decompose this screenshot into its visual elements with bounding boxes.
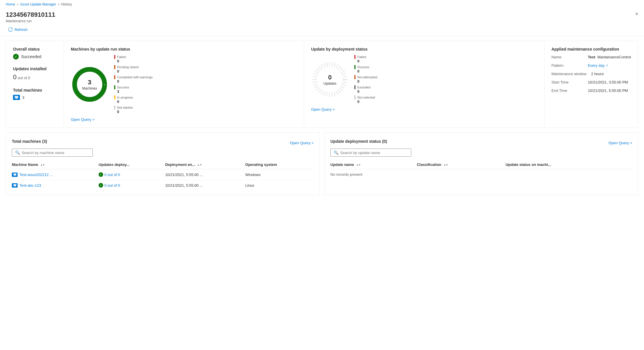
table-row: No records present: [330, 169, 632, 180]
legend-not-started: Not started 0: [114, 105, 153, 114]
updates-donut-label: 0 Updates: [323, 73, 336, 85]
refresh-button[interactable]: Refresh: [6, 26, 30, 33]
machines-donut-number: 3: [82, 79, 97, 86]
updates-legend: Failed 0 Success 0: [354, 55, 377, 104]
updates-table-open-query[interactable]: Open Query >: [608, 141, 632, 145]
updates-chart-title: Update by deployment status: [311, 47, 537, 51]
badge-link-2[interactable]: 0 out of 0: [104, 183, 120, 188]
cell-os-1: Windows: [245, 169, 314, 180]
update-legend-val-excluded: 0: [357, 89, 377, 94]
badge-link-1[interactable]: 0 out of 0: [104, 173, 120, 177]
svg-rect-6: [13, 173, 16, 175]
sort-machine-name: ▲▼: [40, 164, 45, 166]
update-legend-name-not-selected: Not selected: [357, 96, 375, 99]
config-end-time-label: End Time: [552, 88, 583, 93]
success-badge-1: ✓ 0 out of 0: [99, 172, 163, 177]
update-legend-failed: Failed 0: [354, 55, 377, 63]
machine-search-input[interactable]: [22, 151, 90, 155]
config-start-time-row: Start Time 10/21/2021, 3:55:00 PM: [552, 80, 631, 84]
legend-bar-not-started: [114, 105, 115, 110]
updates-out-of: out of 0: [18, 76, 30, 80]
config-pattern-value[interactable]: Every day ↗: [588, 63, 608, 68]
legend-in-progress: In progress 0: [114, 95, 153, 104]
updates-donut-text: Updates: [323, 81, 336, 85]
cell-deploy-end-2: 10/21/2021, 5:55:00 ...: [165, 180, 245, 191]
machines-donut-wrapper: 3 Machines: [71, 66, 108, 103]
col-deployment-end[interactable]: Deployment en... ▲▼: [165, 160, 245, 169]
col-update-status: Update status on machi...: [506, 160, 632, 169]
legend-name-failed: Failed: [117, 55, 126, 59]
update-legend-name-success: Success: [357, 65, 369, 69]
svg-rect-9: [14, 186, 16, 186]
legend-name-warnings: Completed with warnings: [117, 75, 153, 79]
summary-left: Overall status ✓ Succeeded Updates insta…: [6, 41, 64, 127]
update-legend-bar-failed: [354, 55, 356, 59]
updates-panel-title: Update deployment status (0): [330, 139, 387, 144]
legend-bar-progress: [114, 95, 115, 99]
machines-data-table: Machine Name ▲▼ Updates deploy... Deploy…: [12, 160, 314, 190]
machines-donut-text: Machines: [82, 86, 97, 90]
config-name-value: Test MantainanceControl: [588, 55, 631, 59]
breadcrumb-sep1: >: [17, 3, 18, 6]
page-title: 12345678910111: [6, 11, 638, 18]
success-badge-2: ✓ 0 out of 0: [99, 183, 163, 188]
overall-status-label: Overall status: [13, 47, 57, 51]
machine-icon-2: [12, 183, 18, 188]
legend-pending-reboot: Pending reboot 0: [114, 65, 153, 73]
breadcrumb-sep2: >: [58, 3, 60, 6]
update-legend-val-failed: 0: [357, 59, 377, 63]
col-machine-name[interactable]: Machine Name ▲▼: [12, 160, 99, 169]
update-legend-success: Success 0: [354, 65, 377, 73]
cell-machine-name-1: Test-wsus202212 ...: [12, 169, 99, 180]
no-records-text: No records present: [330, 166, 362, 182]
config-maintenance-window-row: Maintenance window 2 hours: [552, 72, 631, 76]
legend-val-pending: 0: [117, 69, 153, 73]
cell-updates-1: ✓ 0 out of 0: [99, 169, 165, 180]
machine-search-box[interactable]: 🔍: [12, 149, 93, 157]
close-button[interactable]: ×: [635, 11, 638, 17]
machine-link-2[interactable]: Test-abc-123: [12, 183, 96, 188]
breadcrumb-home[interactable]: Home: [6, 2, 15, 6]
legend-name-success: Success: [117, 86, 129, 89]
legend-name-progress: In progress: [117, 96, 133, 99]
machines-chart-container: 3 Machines Failed 0: [71, 55, 297, 114]
updates-donut-wrapper: 0 Updates: [311, 61, 349, 98]
machine-icon: [13, 95, 20, 100]
updates-open-query[interactable]: Open Query >: [311, 107, 335, 112]
config-end-time-value: 10/21/2021, 5:55:00 PM: [588, 88, 628, 93]
overall-status-section: Overall status ✓ Succeeded: [13, 47, 57, 60]
config-name-label: Name: [552, 55, 583, 59]
col-os: Operating system: [245, 160, 314, 169]
update-legend-not-selected: Not selected 0: [354, 95, 377, 104]
machines-chart-panel: Machines by update run status 3: [64, 41, 304, 127]
update-legend-val-success: 0: [357, 69, 377, 73]
cell-deploy-end-1: 10/21/2021, 5:55:00 ...: [165, 169, 245, 180]
machines-count-value: 3: [22, 95, 24, 100]
machines-count-row: 3: [13, 95, 57, 100]
machines-open-query[interactable]: Open Query >: [71, 117, 95, 122]
config-table: Name Test MantainanceControl Pattern Eve…: [552, 55, 631, 93]
update-search-box[interactable]: 🔍: [330, 149, 411, 157]
machine-search-icon: 🔍: [15, 150, 20, 155]
updates-panel-header: Update deployment status (0) Open Query …: [330, 137, 632, 145]
sort-update-name: ▲▼: [356, 164, 361, 166]
config-end-time-row: End Time 10/21/2021, 5:55:00 PM: [552, 88, 631, 93]
col-updates-deploy: Updates deploy...: [99, 160, 165, 169]
check-icon-1: ✓: [99, 172, 103, 177]
config-pattern-row: Pattern Every day ↗: [552, 63, 631, 68]
machines-legend: Failed 0 Pending reboot 0: [114, 55, 153, 114]
refresh-icon: [8, 27, 13, 32]
breadcrumb-azure-update-manager[interactable]: Azure Update Manager: [20, 2, 56, 6]
legend-val-warnings: 0: [117, 79, 153, 84]
update-search-input[interactable]: [340, 151, 408, 155]
updates-chart-container: 0 Updates Failed 0: [311, 55, 537, 104]
update-legend-name-not-attempted: Not attempted: [357, 75, 377, 79]
col-classification[interactable]: Classification ▲▼: [417, 160, 506, 169]
breadcrumb: Home > Azure Update Manager > History: [0, 0, 644, 9]
refresh-label: Refresh: [14, 27, 28, 32]
config-pattern-label: Pattern: [552, 63, 583, 68]
svg-rect-8: [13, 184, 16, 186]
machines-table-open-query[interactable]: Open Query >: [290, 141, 314, 145]
machine-link-1[interactable]: Test-wsus202212 ...: [12, 173, 96, 177]
toolbar: Refresh: [0, 23, 644, 36]
